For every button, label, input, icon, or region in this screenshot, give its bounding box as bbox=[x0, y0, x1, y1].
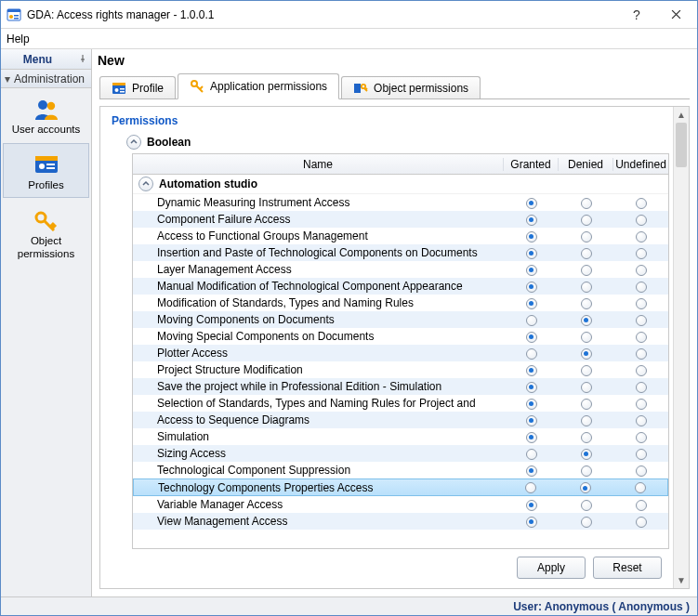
table-row[interactable]: Selection of Standards, Types and Naming… bbox=[133, 395, 668, 412]
radio-denied[interactable] bbox=[559, 498, 613, 511]
radio-granted[interactable] bbox=[504, 430, 559, 443]
radio-icon[interactable] bbox=[526, 282, 537, 293]
radio-icon[interactable] bbox=[526, 248, 537, 259]
table-row[interactable]: Access to Sequence Diagrams bbox=[133, 412, 668, 428]
radio-icon[interactable] bbox=[636, 332, 647, 343]
close-button[interactable] bbox=[655, 1, 697, 29]
radio-denied[interactable] bbox=[559, 413, 613, 426]
radio-icon[interactable] bbox=[581, 298, 592, 309]
radio-granted[interactable] bbox=[504, 280, 559, 293]
scroll-up-icon[interactable]: ▲ bbox=[674, 107, 689, 123]
radio-undef[interactable] bbox=[613, 296, 668, 309]
radio-icon[interactable] bbox=[581, 198, 592, 209]
radio-icon[interactable] bbox=[636, 382, 647, 393]
radio-icon[interactable] bbox=[636, 432, 647, 443]
radio-icon[interactable] bbox=[635, 482, 646, 493]
radio-icon[interactable] bbox=[526, 198, 537, 209]
radio-icon[interactable] bbox=[581, 449, 592, 460]
radio-undef[interactable] bbox=[613, 397, 668, 410]
radio-denied[interactable] bbox=[559, 515, 613, 528]
radio-icon[interactable] bbox=[636, 399, 647, 410]
pin-icon[interactable] bbox=[74, 54, 91, 65]
radio-icon[interactable] bbox=[581, 348, 592, 360]
radio-granted[interactable] bbox=[504, 313, 559, 326]
radio-undef[interactable] bbox=[613, 229, 668, 242]
radio-icon[interactable] bbox=[526, 265, 537, 276]
radio-icon[interactable] bbox=[526, 517, 537, 528]
table-row[interactable]: Save the project while in Professional E… bbox=[133, 378, 668, 395]
radio-icon[interactable] bbox=[526, 415, 537, 426]
table-row[interactable]: Moving Components on Documents bbox=[133, 311, 668, 328]
radio-icon[interactable] bbox=[581, 215, 592, 226]
radio-icon[interactable] bbox=[636, 365, 647, 376]
table-row[interactable]: Moving Special Components on Documents bbox=[133, 328, 668, 345]
radio-icon[interactable] bbox=[526, 500, 537, 511]
radio-icon[interactable] bbox=[526, 449, 537, 460]
col-granted[interactable]: Granted bbox=[504, 158, 559, 171]
radio-icon[interactable] bbox=[581, 399, 592, 410]
radio-icon[interactable] bbox=[636, 348, 647, 360]
radio-denied[interactable] bbox=[559, 213, 613, 226]
tab-object-permissions[interactable]: Object permissions bbox=[341, 76, 481, 99]
radio-denied[interactable] bbox=[559, 330, 613, 343]
sidebar-item-profiles[interactable]: Profiles bbox=[3, 143, 89, 198]
radio-icon[interactable] bbox=[581, 282, 592, 293]
radio-icon[interactable] bbox=[636, 415, 647, 426]
radio-icon[interactable] bbox=[581, 382, 592, 393]
radio-undef[interactable] bbox=[613, 498, 668, 511]
radio-icon[interactable] bbox=[581, 332, 592, 343]
radio-denied[interactable] bbox=[559, 229, 613, 242]
radio-icon[interactable] bbox=[636, 449, 647, 460]
radio-denied[interactable] bbox=[559, 464, 613, 477]
radio-granted[interactable] bbox=[504, 246, 559, 259]
radio-undef[interactable] bbox=[613, 430, 668, 443]
radio-icon[interactable] bbox=[526, 348, 537, 360]
help-button[interactable]: ? bbox=[618, 1, 655, 29]
table-row[interactable]: Layer Management Access bbox=[133, 261, 668, 278]
radio-icon[interactable] bbox=[526, 315, 537, 326]
table-row[interactable]: Simulation bbox=[133, 428, 668, 445]
radio-icon[interactable] bbox=[581, 231, 592, 242]
table-row[interactable]: Manual Modification of Technological Com… bbox=[133, 278, 668, 295]
radio-undef[interactable] bbox=[613, 380, 668, 393]
radio-undef[interactable] bbox=[613, 213, 668, 226]
radio-icon[interactable] bbox=[636, 517, 647, 528]
table-row[interactable]: Dynamic Measuring Instrument Access bbox=[133, 194, 668, 211]
radio-icon[interactable] bbox=[526, 332, 537, 343]
radio-icon[interactable] bbox=[636, 248, 647, 259]
radio-undef[interactable] bbox=[613, 196, 668, 209]
scroll-track[interactable] bbox=[674, 123, 689, 572]
radio-undef[interactable] bbox=[613, 447, 668, 460]
col-name[interactable]: Name bbox=[133, 158, 504, 171]
radio-granted[interactable] bbox=[503, 481, 558, 494]
radio-icon[interactable] bbox=[636, 265, 647, 276]
tab-profile[interactable]: Profile bbox=[99, 76, 176, 99]
sidebar-item-object-permissions[interactable]: Object permissions bbox=[1, 200, 91, 265]
radio-undef[interactable] bbox=[613, 413, 668, 426]
radio-icon[interactable] bbox=[636, 215, 647, 226]
table-row[interactable]: Sizing Access bbox=[133, 445, 668, 462]
radio-icon[interactable] bbox=[636, 231, 647, 242]
radio-granted[interactable] bbox=[504, 380, 559, 393]
radio-icon[interactable] bbox=[636, 298, 647, 309]
radio-granted[interactable] bbox=[504, 330, 559, 343]
radio-icon[interactable] bbox=[581, 415, 592, 426]
radio-denied[interactable] bbox=[559, 246, 613, 259]
radio-granted[interactable] bbox=[504, 263, 559, 276]
radio-undef[interactable] bbox=[613, 363, 668, 376]
scroll-thumb[interactable] bbox=[676, 123, 687, 167]
collapse-toggle-icon[interactable] bbox=[138, 177, 153, 191]
radio-denied[interactable] bbox=[559, 447, 613, 460]
col-undefined[interactable]: Undefined bbox=[613, 158, 668, 171]
radio-undef[interactable] bbox=[613, 246, 668, 259]
radio-undef[interactable] bbox=[612, 481, 667, 494]
radio-undef[interactable] bbox=[613, 464, 668, 477]
radio-granted[interactable] bbox=[504, 498, 559, 511]
scrollbar[interactable]: ▲ ▼ bbox=[673, 107, 689, 588]
scroll-down-icon[interactable]: ▼ bbox=[674, 572, 689, 588]
radio-icon[interactable] bbox=[581, 248, 592, 259]
col-denied[interactable]: Denied bbox=[559, 158, 613, 171]
tab-application-permissions[interactable]: Application permissions bbox=[178, 73, 339, 99]
radio-icon[interactable] bbox=[526, 231, 537, 242]
table-row[interactable]: Modification of Standards, Types and Nam… bbox=[133, 295, 668, 311]
